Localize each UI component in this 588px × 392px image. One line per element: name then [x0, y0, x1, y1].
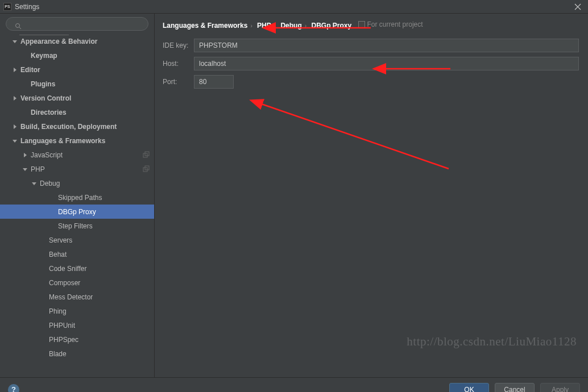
project-icon — [358, 21, 365, 28]
app-icon: PS — [3, 3, 11, 11]
settings-main: Languages & Frameworks› PHP› Debug› DBGp… — [155, 14, 588, 377]
sidebar-item-javascript[interactable]: JavaScript — [0, 148, 154, 162]
sidebar-item-label: Appearance & Behavior — [20, 37, 97, 45]
sidebar-item-label: Editor — [20, 66, 40, 74]
sidebar-item-dbgp-proxy[interactable]: DBGp Proxy — [0, 205, 154, 219]
sidebar-item-blade[interactable]: Blade — [0, 347, 154, 361]
sidebar-item-label: Mess Detector — [49, 293, 93, 301]
breadcrumb-part[interactable]: PHP — [257, 22, 271, 30]
titlebar: PS Settings — [0, 0, 588, 14]
svg-line-1 — [19, 27, 21, 29]
host-field[interactable] — [194, 57, 579, 70]
settings-sidebar: Appearance & BehaviorKeymapEditorPlugins… — [0, 14, 155, 377]
sidebar-item-label: Languages & Frameworks — [20, 137, 105, 145]
ide-key-field[interactable] — [194, 39, 579, 52]
dialog-footer: ? OK Cancel Apply — [0, 377, 588, 392]
sidebar-item-label: Phing — [49, 307, 67, 315]
svg-line-8 — [260, 103, 449, 169]
sidebar-item-label: Plugins — [31, 80, 55, 88]
sidebar-item-label: Step Filters — [58, 222, 93, 230]
sidebar-item-label: Servers — [49, 236, 72, 244]
sidebar-item-label: Keymap — [31, 52, 57, 60]
sidebar-item-composer[interactable]: Composer — [0, 276, 154, 290]
sidebar-item-step-filters[interactable]: Step Filters — [0, 219, 154, 233]
apply-button[interactable]: Apply — [540, 383, 580, 393]
sidebar-item-label: PHPSpec — [49, 336, 78, 344]
watermark: http://blog.csdn.net/LiuMiao1128 — [407, 335, 577, 349]
sidebar-item-label: DBGp Proxy — [58, 208, 96, 216]
help-button[interactable]: ? — [8, 384, 19, 393]
cancel-button[interactable]: Cancel — [495, 383, 535, 393]
chevron-right-icon — [11, 68, 18, 72]
sidebar-item-skipped-paths[interactable]: Skipped Paths — [0, 190, 154, 205]
chevron-down-icon — [11, 39, 18, 44]
search-input[interactable] — [6, 17, 148, 31]
project-link-icon — [143, 151, 150, 160]
breadcrumb-part[interactable]: Languages & Frameworks — [163, 22, 247, 30]
sidebar-item-behat[interactable]: Behat — [0, 247, 154, 261]
sidebar-item-phpspec[interactable]: PHPSpec — [0, 332, 154, 347]
sidebar-item-editor[interactable]: Editor — [0, 62, 154, 77]
breadcrumb-part[interactable]: Debug — [280, 22, 301, 30]
sidebar-item-label: Version Control — [20, 94, 71, 102]
sidebar-item-php[interactable]: PHP — [0, 162, 154, 176]
sidebar-item-debug[interactable]: Debug — [0, 176, 154, 190]
sidebar-item-label: Skipped Paths — [58, 194, 102, 202]
sidebar-item-label: PHP — [31, 165, 45, 173]
sidebar-item-directories[interactable]: Directories — [0, 105, 154, 119]
port-field[interactable] — [194, 75, 234, 89]
sidebar-item-languages-frameworks[interactable]: Languages & Frameworks — [0, 134, 154, 148]
settings-tree: Appearance & BehaviorKeymapEditorPlugins… — [0, 34, 154, 377]
sidebar-item-label: Composer — [49, 279, 80, 287]
dbgp-proxy-form: IDE key: Host: Port: — [163, 39, 579, 93]
sidebar-item-label: Debug — [40, 180, 60, 187]
sidebar-item-label: PHPUnit — [49, 322, 75, 330]
sidebar-item-version-control[interactable]: Version Control — [0, 91, 154, 105]
ok-button[interactable]: OK — [449, 383, 489, 393]
chevron-down-icon — [22, 167, 28, 172]
sidebar-item-mess-detector[interactable]: Mess Detector — [0, 290, 154, 304]
sidebar-item-phpunit[interactable]: PHPUnit — [0, 318, 154, 332]
sidebar-item-build-execution-deployment[interactable]: Build, Execution, Deployment — [0, 119, 154, 134]
chevron-right-icon — [11, 96, 18, 101]
sidebar-item-label: Code Sniffer — [49, 265, 87, 273]
project-link-icon — [143, 165, 150, 174]
close-icon — [574, 3, 581, 10]
host-label: Host: — [163, 60, 194, 68]
sidebar-item-code-sniffer[interactable]: Code Sniffer — [0, 261, 154, 276]
close-button[interactable] — [571, 0, 585, 14]
sidebar-item-label: Build, Execution, Deployment — [20, 123, 117, 131]
sidebar-item-label: Blade — [49, 350, 67, 358]
window-title: Settings — [15, 3, 39, 11]
ide-key-label: IDE key: — [163, 41, 194, 49]
port-label: Port: — [163, 78, 194, 86]
breadcrumb: Languages & Frameworks› PHP› Debug› DBGp… — [163, 20, 579, 30]
sidebar-item-plugins[interactable]: Plugins — [0, 77, 154, 91]
sidebar-item-keymap[interactable]: Keymap — [0, 48, 154, 62]
search-icon — [15, 23, 22, 31]
chevron-right-icon — [22, 153, 28, 157]
breadcrumb-part: DBGp Proxy — [311, 22, 351, 30]
sidebar-item-servers[interactable]: Servers — [0, 233, 154, 247]
sidebar-item-phing[interactable]: Phing — [0, 304, 154, 318]
project-scope-badge: For current project — [358, 20, 423, 28]
chevron-down-icon — [31, 181, 38, 186]
chevron-down-icon — [11, 139, 18, 143]
sidebar-item-label: Directories — [31, 109, 67, 116]
sidebar-item-appearance-behavior[interactable]: Appearance & Behavior — [0, 34, 154, 48]
svg-point-0 — [16, 24, 20, 28]
chevron-right-icon — [11, 124, 18, 129]
sidebar-item-label: Behat — [49, 251, 67, 258]
sidebar-item-label: JavaScript — [31, 151, 63, 159]
